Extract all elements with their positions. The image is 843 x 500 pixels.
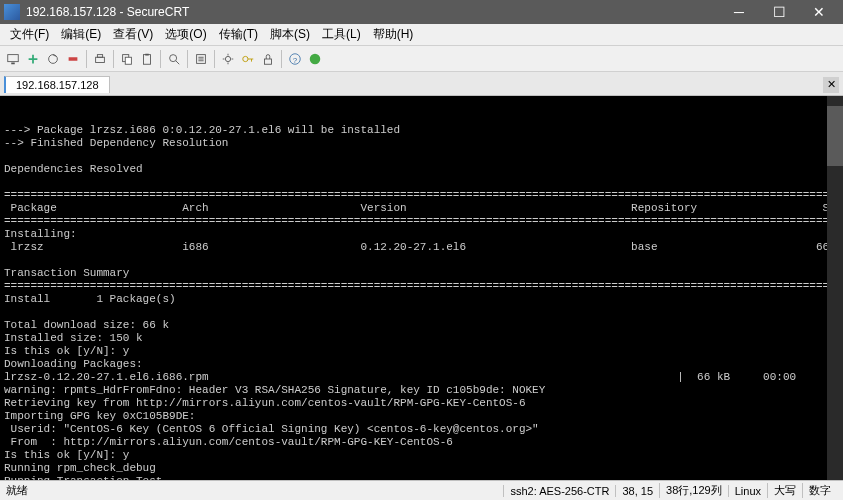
- help-icon[interactable]: ?: [286, 50, 304, 68]
- disconnect-icon[interactable]: [64, 50, 82, 68]
- toolbar-separator: [113, 50, 114, 68]
- window-title: 192.168.157.128 - SecureCRT: [26, 5, 719, 19]
- status-os: Linux: [728, 485, 767, 497]
- copy-icon[interactable]: [118, 50, 136, 68]
- svg-rect-1: [11, 62, 15, 64]
- svg-point-17: [310, 53, 321, 64]
- svg-rect-14: [265, 59, 272, 64]
- svg-rect-4: [96, 57, 105, 62]
- terminal[interactable]: ---> Package lrzsz.i686 0:0.12.20-27.1.e…: [0, 96, 843, 480]
- menu-script[interactable]: 脚本(S): [264, 24, 316, 45]
- find-icon[interactable]: [165, 50, 183, 68]
- menubar: 文件(F) 编辑(E) 查看(V) 选项(O) 传输(T) 脚本(S) 工具(L…: [0, 24, 843, 46]
- svg-rect-0: [8, 54, 19, 61]
- menu-edit[interactable]: 编辑(E): [55, 24, 107, 45]
- menu-transfer[interactable]: 传输(T): [213, 24, 264, 45]
- reconnect-icon[interactable]: [44, 50, 62, 68]
- connect-icon[interactable]: [4, 50, 22, 68]
- svg-rect-5: [97, 54, 102, 57]
- toolbar-separator: [214, 50, 215, 68]
- toolbar: ?: [0, 46, 843, 72]
- session-tab[interactable]: 192.168.157.128: [4, 76, 110, 93]
- menu-tools[interactable]: 工具(L): [316, 24, 367, 45]
- statusbar: 就绪 ssh2: AES-256-CTR 38, 15 38行,129列 Lin…: [0, 480, 843, 500]
- toolbar-separator: [281, 50, 282, 68]
- scrollbar-thumb[interactable]: [827, 106, 843, 166]
- paste-icon[interactable]: [138, 50, 156, 68]
- terminal-scrollbar[interactable]: [827, 96, 843, 480]
- tab-close-icon[interactable]: ✕: [823, 77, 839, 93]
- svg-point-2: [49, 54, 58, 63]
- svg-rect-3: [69, 57, 78, 61]
- menu-options[interactable]: 选项(O): [159, 24, 212, 45]
- status-size: 38行,129列: [659, 483, 728, 498]
- tabbar: 192.168.157.128 ✕: [0, 72, 843, 96]
- svg-point-12: [225, 56, 230, 61]
- menu-help[interactable]: 帮助(H): [367, 24, 420, 45]
- svg-rect-9: [145, 53, 149, 55]
- about-icon[interactable]: [306, 50, 324, 68]
- key-icon[interactable]: [239, 50, 257, 68]
- menu-file[interactable]: 文件(F): [4, 24, 55, 45]
- svg-point-13: [243, 56, 248, 61]
- svg-rect-8: [144, 54, 151, 64]
- svg-point-10: [170, 54, 177, 61]
- status-cursor-pos: 38, 15: [615, 485, 659, 497]
- status-num: 数字: [802, 483, 837, 498]
- app-icon: [4, 4, 20, 20]
- maximize-button[interactable]: ☐: [759, 0, 799, 24]
- menu-view[interactable]: 查看(V): [107, 24, 159, 45]
- print-icon[interactable]: [91, 50, 109, 68]
- minimize-button[interactable]: ─: [719, 0, 759, 24]
- status-ready: 就绪: [6, 483, 503, 498]
- properties-icon[interactable]: [192, 50, 210, 68]
- toolbar-separator: [160, 50, 161, 68]
- status-ssh: ssh2: AES-256-CTR: [503, 485, 615, 497]
- settings-icon[interactable]: [219, 50, 237, 68]
- lock-icon[interactable]: [259, 50, 277, 68]
- quick-connect-icon[interactable]: [24, 50, 42, 68]
- svg-rect-7: [125, 57, 131, 64]
- toolbar-separator: [187, 50, 188, 68]
- toolbar-separator: [86, 50, 87, 68]
- close-button[interactable]: ✕: [799, 0, 839, 24]
- tab-label: 192.168.157.128: [16, 79, 99, 91]
- svg-text:?: ?: [293, 55, 298, 64]
- status-caps: 大写: [767, 483, 802, 498]
- titlebar: 192.168.157.128 - SecureCRT ─ ☐ ✕: [0, 0, 843, 24]
